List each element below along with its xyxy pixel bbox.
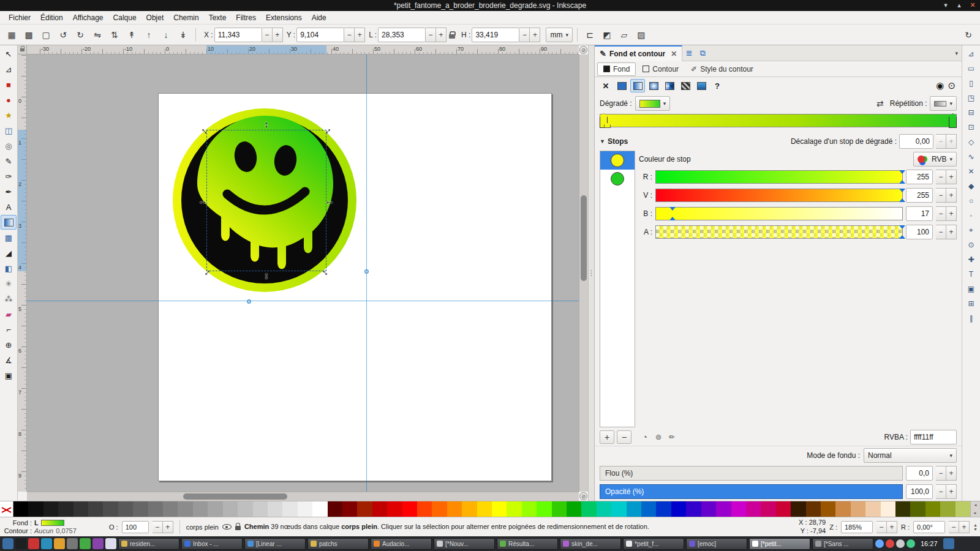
spray-tool[interactable]: ⁂ xyxy=(1,291,17,306)
palette-swatch[interactable] xyxy=(940,501,955,517)
increment-button[interactable]: + xyxy=(355,28,365,42)
menu-chemin[interactable]: Chemin xyxy=(168,12,203,23)
cms-button[interactable]: ⊚ xyxy=(652,431,665,443)
blue-slider[interactable] xyxy=(655,207,903,220)
palette-swatch[interactable] xyxy=(597,501,611,517)
menu-aide[interactable]: Aide xyxy=(307,12,331,23)
green-slider-value-field[interactable]: 255 xyxy=(906,188,933,203)
palette-swatch[interactable] xyxy=(357,501,372,517)
palette-swatch[interactable] xyxy=(223,501,238,517)
flip-vertical-icon[interactable]: ⇅ xyxy=(107,27,123,43)
paint-linear-gradient-button[interactable] xyxy=(630,79,645,92)
box3d-tool[interactable]: ◫ xyxy=(1,123,17,138)
palette-swatch[interactable] xyxy=(522,501,537,517)
decrement-button[interactable]: − xyxy=(876,521,887,533)
palette-swatch[interactable] xyxy=(462,501,477,517)
increment-button[interactable]: + xyxy=(163,521,173,533)
green-slider[interactable] xyxy=(655,189,903,202)
rvba-input[interactable]: ffff11ff xyxy=(910,430,957,444)
connector-tool[interactable]: ⌐ xyxy=(1,322,17,337)
selection-handle-top[interactable]: ↕ xyxy=(262,119,271,129)
width-field[interactable]: 28,353 xyxy=(378,28,426,42)
snap-smooth-node[interactable]: ○ xyxy=(963,193,979,208)
alpha-slider-marker[interactable] xyxy=(899,225,905,229)
palette-scroll-right-icon[interactable]: ▸ xyxy=(970,509,980,517)
blue-slider-value-field[interactable]: 17 xyxy=(906,206,933,221)
lower-to-bottom-icon[interactable]: ↡ xyxy=(175,27,191,43)
scale-gradient-toggle[interactable]: ▱ xyxy=(616,27,632,43)
media-launcher-icon[interactable] xyxy=(80,538,91,549)
horizontal-scrollbar[interactable] xyxy=(27,492,579,501)
blue-slider-marker[interactable] xyxy=(669,217,676,220)
taskbar-window-button[interactable]: [emoc] xyxy=(686,538,747,550)
palette-swatch[interactable] xyxy=(447,501,462,517)
snap-page-border[interactable]: ▣ xyxy=(963,282,979,296)
settings-launcher-icon[interactable] xyxy=(67,538,78,549)
dropper-tool[interactable]: ◢ xyxy=(1,246,17,260)
shade-window-button[interactable]: ▾ xyxy=(941,1,951,10)
panel-menu-chevron-icon[interactable]: ▾ xyxy=(955,50,958,56)
palette-swatch[interactable] xyxy=(537,501,551,517)
workspace-icon[interactable] xyxy=(943,538,954,549)
mesh-tool[interactable]: ▦ xyxy=(1,230,17,245)
guide-anchor[interactable] xyxy=(364,269,369,274)
fill-color-chip[interactable] xyxy=(41,520,64,526)
taskbar-window-button[interactable]: Audacio... xyxy=(371,538,432,550)
snap-object-center[interactable]: ⊙ xyxy=(963,238,979,252)
palette-swatch[interactable] xyxy=(641,501,656,517)
no-color-swatch[interactable] xyxy=(0,501,13,517)
palette-swatch[interactable] xyxy=(686,501,701,517)
horizontal-guide[interactable] xyxy=(27,301,579,301)
increment-button[interactable]: + xyxy=(946,188,957,203)
palette-swatch[interactable] xyxy=(118,501,133,517)
vertical-scrollbar[interactable] xyxy=(579,54,588,492)
guide-anchor[interactable] xyxy=(247,299,251,304)
decrement-button[interactable]: − xyxy=(936,170,946,184)
alpha-slider-value-field[interactable]: 100 xyxy=(906,225,933,239)
taskbar-window-button[interactable]: [*petit... xyxy=(749,538,810,550)
export-dialog-icon[interactable]: ⧉ xyxy=(696,47,709,60)
red-slider-marker[interactable] xyxy=(899,170,905,174)
close-window-button[interactable]: ✕ xyxy=(968,1,978,10)
palette-swatch[interactable] xyxy=(148,501,163,517)
pen-tool[interactable]: ✑ xyxy=(1,169,17,184)
repeat-select[interactable]: ▾ xyxy=(930,96,957,111)
decrement-button[interactable]: − xyxy=(936,225,946,239)
decrement-button[interactable]: − xyxy=(936,484,946,499)
palette-swatch[interactable] xyxy=(74,501,88,517)
menu-texte[interactable]: Texte xyxy=(204,12,232,23)
menu-filtres[interactable]: Filtres xyxy=(231,12,261,23)
increment-button[interactable]: + xyxy=(436,28,447,42)
vertical-scrollbar-thumb[interactable] xyxy=(581,195,587,281)
taskbar-window-button[interactable]: skin_de... xyxy=(560,538,621,550)
browser-launcher-icon[interactable] xyxy=(28,538,39,549)
rotate-ccw-icon[interactable]: ↺ xyxy=(55,27,71,43)
increment-button[interactable]: + xyxy=(946,170,957,184)
snap-grid[interactable]: ⊞ xyxy=(963,296,979,310)
snap-midpoint[interactable]: ◦ xyxy=(963,208,979,222)
paint-swatch-button[interactable] xyxy=(694,79,709,92)
taskbar-window-button[interactable]: [*Nouv... xyxy=(434,538,495,550)
red-slider-marker[interactable] xyxy=(899,180,905,184)
gradient-stop-handle-end[interactable] xyxy=(949,113,957,128)
taskbar-window-button[interactable]: patchs xyxy=(307,538,369,550)
menu-launcher-icon[interactable] xyxy=(2,538,13,549)
decrement-button[interactable]: − xyxy=(936,134,946,149)
palette-swatch[interactable] xyxy=(581,501,596,517)
rectangle-tool[interactable]: ■ xyxy=(1,77,17,92)
decrement-button[interactable]: − xyxy=(262,28,273,42)
increment-button[interactable]: + xyxy=(273,28,283,42)
gradient-stop-item-1[interactable] xyxy=(600,170,635,188)
increment-button[interactable]: + xyxy=(530,28,540,42)
menu-dition[interactable]: Édition xyxy=(36,12,68,23)
decrement-button[interactable]: − xyxy=(949,521,959,533)
palette-swatch[interactable] xyxy=(372,501,387,517)
snap-rotation-center[interactable]: ✚ xyxy=(963,252,979,266)
select-all-layers-icon[interactable]: ▩ xyxy=(21,27,37,43)
height-field[interactable]: 33,419 xyxy=(472,28,519,42)
pencil-tool[interactable]: ✎ xyxy=(1,154,17,168)
calligraphy-tool[interactable]: ✒ xyxy=(1,184,17,199)
close-panel-icon[interactable]: ✕ xyxy=(671,50,677,58)
menu-extensions[interactable]: Extensions xyxy=(261,12,307,23)
node-tool[interactable]: ⊿ xyxy=(1,62,17,77)
